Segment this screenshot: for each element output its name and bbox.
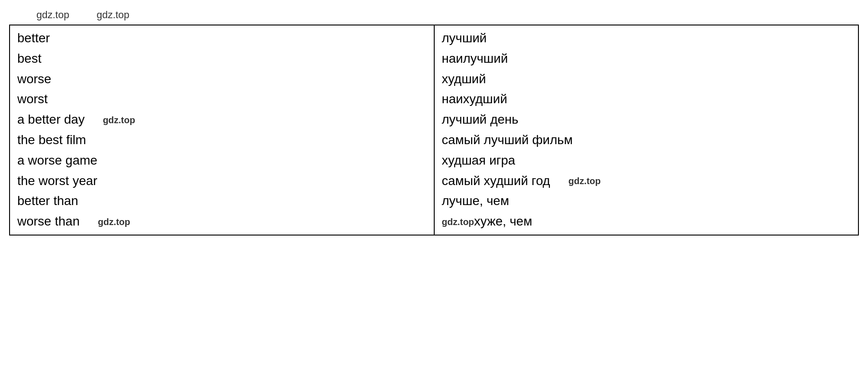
table-row: лучший	[442, 28, 851, 49]
table-row: худший	[442, 69, 851, 90]
table-row: самый худший годgdz.top	[442, 171, 851, 191]
english-column: betterbestworseworsta better daygdz.topt…	[10, 25, 434, 235]
table-row: the worst year	[17, 171, 426, 191]
table-row: худшая игра	[442, 150, 851, 171]
table-row: gdz.topхуже, чем	[442, 211, 851, 232]
table-row: the best film	[17, 130, 426, 150]
watermark-1: gdz.top	[36, 9, 69, 21]
table-row: better	[17, 28, 426, 49]
table-row: worst	[17, 89, 426, 110]
table-row: самый лучший фильм	[442, 130, 851, 150]
table-row: worse thangdz.top	[17, 211, 426, 232]
table-row: лучше, чем	[442, 191, 851, 211]
page-header: gdz.top gdz.top	[9, 9, 859, 21]
table-row: a worse game	[17, 150, 426, 171]
table-row: наихудший	[442, 89, 851, 110]
vocabulary-table: betterbestworseworsta better daygdz.topt…	[9, 25, 859, 236]
watermark-inline-ru: gdz.top	[569, 174, 601, 188]
table-row: best	[17, 49, 426, 69]
watermark-inline: gdz.top	[103, 113, 135, 127]
table-row: наилучший	[442, 49, 851, 69]
watermark-2: gdz.top	[96, 9, 129, 21]
watermark-center-ru: gdz.top	[442, 215, 474, 229]
watermark-inline: gdz.top	[98, 215, 130, 229]
table-row: worse	[17, 69, 426, 90]
table-row: better than	[17, 191, 426, 211]
table-row: a better daygdz.top	[17, 110, 426, 130]
russian-column: лучшийнаилучшийхудшийнаихудшийлучший ден…	[434, 25, 859, 235]
table-row: лучший день	[442, 110, 851, 130]
